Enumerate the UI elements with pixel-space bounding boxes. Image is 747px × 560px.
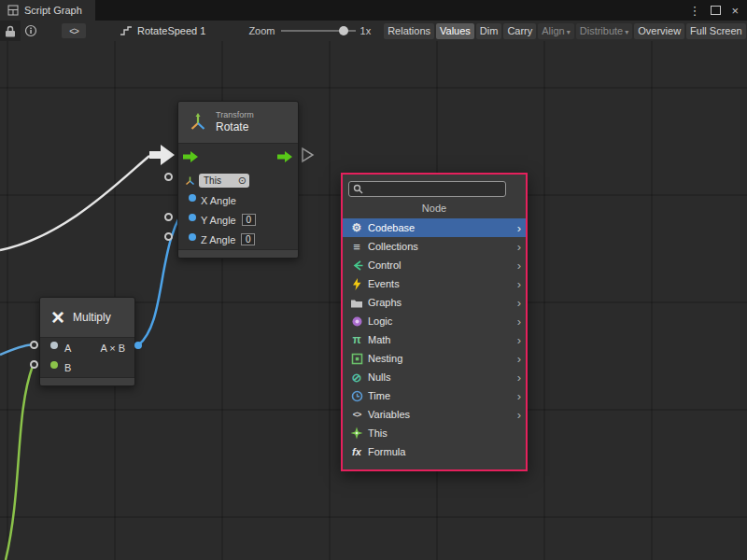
chevron-right-icon: › bbox=[517, 390, 521, 402]
graph-icon bbox=[120, 25, 133, 36]
finder-item-graphs[interactable]: Graphs › bbox=[343, 293, 526, 312]
gear-icon: ⚙ bbox=[348, 221, 365, 234]
finder-item-events[interactable]: Events › bbox=[343, 274, 526, 293]
finder-item-variables[interactable]: <> Variables › bbox=[343, 405, 526, 424]
chevron-right-icon: › bbox=[517, 334, 521, 346]
multiply-a-input-port[interactable] bbox=[30, 341, 38, 349]
zoom-slider-thumb[interactable] bbox=[339, 26, 348, 35]
fullscreen-button[interactable]: Full Screen bbox=[686, 23, 746, 39]
maximize-icon[interactable] bbox=[711, 6, 721, 15]
finder-item-collections[interactable]: ≡ Collections › bbox=[343, 237, 526, 256]
window-controls: ⋮ × bbox=[688, 0, 747, 21]
finder-item-label: Control bbox=[368, 259, 401, 271]
wire-control-in bbox=[0, 156, 149, 250]
this-input-port[interactable] bbox=[164, 173, 173, 181]
port-row-y-angle[interactable]: Y Angle 0 bbox=[178, 210, 298, 230]
align-label: Align bbox=[542, 25, 564, 36]
code-view-button[interactable]: <> bbox=[62, 23, 86, 38]
toolbar-buttons: Relations Values Dim Carry Align▾ Distri… bbox=[384, 23, 746, 39]
folder-icon bbox=[348, 297, 365, 309]
distribute-label: Distribute bbox=[580, 25, 623, 36]
zoom-slider[interactable] bbox=[281, 21, 356, 41]
values-button[interactable]: Values bbox=[436, 23, 474, 39]
finder-item-codebase[interactable]: ⚙ Codebase › bbox=[343, 218, 526, 237]
search-icon bbox=[353, 184, 363, 194]
chevron-right-icon: › bbox=[517, 278, 521, 290]
flow-out-arrow-icon[interactable] bbox=[277, 151, 293, 162]
chevron-right-icon: › bbox=[517, 241, 521, 253]
flow-row bbox=[178, 144, 298, 170]
caret-down-icon: ▾ bbox=[625, 28, 628, 36]
finder-item-this[interactable]: This bbox=[343, 424, 526, 442]
multiply-output-port[interactable] bbox=[134, 342, 142, 349]
input-b-label: B bbox=[64, 362, 71, 373]
tab-title: Script Graph bbox=[24, 5, 82, 16]
zoom-label: Zoom bbox=[248, 25, 275, 36]
flow-in-arrow-icon[interactable] bbox=[183, 151, 199, 162]
port-row-x-angle[interactable]: X Angle bbox=[178, 190, 298, 210]
rotate-node-header[interactable]: Transform Rotate bbox=[178, 102, 298, 144]
info-button[interactable] bbox=[21, 21, 41, 41]
list-icon: ≡ bbox=[348, 240, 365, 254]
finder-item-nesting[interactable]: Nesting › bbox=[343, 349, 526, 368]
overview-button[interactable]: Overview bbox=[634, 23, 684, 39]
tab-script-graph[interactable]: Script Graph bbox=[0, 0, 95, 21]
b-type-dot[interactable] bbox=[50, 361, 58, 369]
port-row-this: This ⊙ bbox=[178, 170, 298, 190]
clock-icon bbox=[348, 390, 365, 402]
search-field[interactable] bbox=[348, 181, 506, 197]
multiply-b-input-port[interactable] bbox=[30, 360, 38, 369]
chevron-right-icon: › bbox=[517, 409, 521, 421]
z-angle-label: Z Angle bbox=[201, 234, 235, 245]
search-input[interactable] bbox=[367, 182, 501, 196]
null-icon: ⊘ bbox=[348, 371, 365, 385]
menu-icon[interactable]: ⋮ bbox=[688, 4, 700, 18]
carry-button[interactable]: Carry bbox=[503, 23, 536, 39]
finder-item-label: Variables bbox=[368, 409, 410, 420]
finder-item-logic[interactable]: Logic › bbox=[343, 312, 526, 330]
object-picker-icon[interactable]: ⊙ bbox=[238, 175, 247, 186]
z-angle-input-port[interactable] bbox=[164, 232, 173, 241]
wire-arrowhead-icon bbox=[149, 145, 175, 165]
x-angle-label: X Angle bbox=[201, 195, 236, 206]
titlebar: Script Graph ⋮ × bbox=[0, 0, 747, 21]
logic-icon bbox=[348, 315, 365, 328]
graph-breadcrumb[interactable]: RotateSpeed 1 bbox=[120, 25, 205, 36]
lightning-icon bbox=[348, 278, 365, 290]
close-icon[interactable]: × bbox=[731, 4, 739, 18]
this-object-field[interactable]: This ⊙ bbox=[199, 174, 249, 188]
script-graph-icon bbox=[7, 5, 19, 16]
nesting-icon bbox=[348, 353, 365, 365]
dim-button[interactable]: Dim bbox=[476, 23, 502, 39]
finder-item-formula[interactable]: fx Formula bbox=[343, 442, 526, 461]
finder-item-label: Formula bbox=[368, 446, 405, 457]
relations-button[interactable]: Relations bbox=[384, 23, 434, 39]
finder-section-header: Node bbox=[343, 199, 526, 218]
a-type-dot[interactable] bbox=[50, 342, 58, 349]
pi-icon: π bbox=[348, 333, 365, 346]
finder-item-control[interactable]: Control › bbox=[343, 256, 526, 274]
z-angle-value-field[interactable]: 0 bbox=[241, 233, 255, 245]
finder-item-time[interactable]: Time › bbox=[343, 386, 526, 405]
x-angle-type-dot[interactable] bbox=[189, 194, 196, 202]
graph-canvas[interactable]: Transform Rotate This bbox=[0, 41, 747, 560]
lock-button[interactable] bbox=[0, 21, 21, 41]
rotate-node-footer bbox=[178, 249, 298, 258]
flow-out-triangle-icon bbox=[303, 148, 313, 161]
y-angle-value-field[interactable]: 0 bbox=[242, 214, 256, 226]
wire-into-a bbox=[0, 345, 31, 356]
align-button[interactable]: Align▾ bbox=[538, 23, 573, 39]
finder-item-math[interactable]: π Math › bbox=[343, 330, 526, 349]
finder-item-label: Math bbox=[368, 334, 390, 345]
finder-item-nulls[interactable]: ⊘ Nulls › bbox=[343, 368, 526, 386]
chevron-right-icon: › bbox=[517, 297, 521, 309]
rotate-node-titles: Transform Rotate bbox=[216, 110, 254, 134]
port-row-z-angle[interactable]: Z Angle 0 bbox=[178, 230, 298, 249]
distribute-button[interactable]: Distribute▾ bbox=[576, 23, 632, 39]
z-angle-type-dot[interactable] bbox=[189, 233, 196, 241]
y-angle-input-port[interactable] bbox=[164, 213, 173, 221]
finder-item-label: Nulls bbox=[368, 371, 390, 383]
y-angle-type-dot[interactable] bbox=[189, 214, 196, 221]
branch-icon bbox=[348, 259, 365, 272]
multiply-node-header[interactable]: × Multiply bbox=[40, 298, 134, 338]
